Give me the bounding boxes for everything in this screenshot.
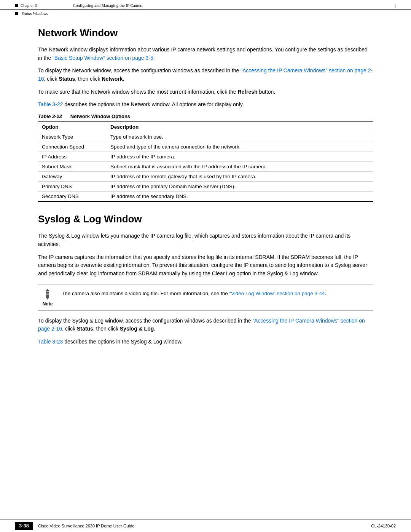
syslog-para-4: Table 3-23 describes the options in the … [38,338,373,346]
status-bold-2: Status [77,326,93,332]
table-cell-option: IP Address [38,152,107,162]
table-header-description: Description [107,122,373,132]
table-caption-title: Network Window Options [70,113,130,119]
footer-doc-number: OL-24130-02 [371,524,396,528]
table-row: Subnet MaskSubnet mask that is associate… [38,162,373,172]
section-label: Status Windows [22,11,48,16]
refresh-bold: Refresh [237,89,257,95]
network-bold: Network [102,76,123,82]
table-row: Secondary DNSIP address of the secondary… [38,192,373,202]
syslog-para-3: To display the Syslog & Log window, acce… [38,317,373,333]
header-chapter-title: Configuring and Managing the IP Camera [73,3,143,8]
status-bold-1: Status [59,76,75,82]
header-separator-bar: | [395,3,396,8]
network-window-heading: Network Window [38,27,373,39]
table-cell-description: Speed and type of the camera connection … [107,142,373,152]
table-cell-option: Subnet Mask [38,162,107,172]
header-separator [39,3,71,8]
table-cell-option: Gateway [38,172,107,182]
page-number: 3-38 [15,522,33,530]
table-row: Connection SpeedSpeed and type of the ca… [38,142,373,152]
page-header: Chapter 3 Configuring and Managing the I… [0,0,411,10]
network-para-1: The Network window displays information … [38,46,373,62]
table-row: IP AddressIP address of the IP camera. [38,152,373,162]
footer-left: 3-38 Cisco Video Surveillance 2630 IP Do… [15,522,134,530]
svg-rect-5 [46,294,49,295]
svg-rect-3 [46,291,49,292]
table-row: Network TypeType of network in use. [38,132,373,142]
table-cell-description: IP address of the IP camera. [107,152,373,162]
table-cell-description: Type of network in use. [107,132,373,142]
svg-marker-2 [46,297,49,300]
note-text: The camera also maintains a video log fi… [62,288,326,298]
status-windows-label: Status Windows [0,10,411,16]
note-pencil-icon [41,288,54,300]
main-content: Network Window The Network window displa… [0,16,411,374]
table-row: GatewayIP address of the remote gateway … [38,172,373,182]
basic-setup-link[interactable]: “Basic Setup Window” section on page 3-5 [53,55,153,61]
table-3-23-link[interactable]: Table 3-23 [38,339,63,345]
table-header-option: Option [38,122,107,132]
syslog-para-1: The Syslog & Log window lets you manage … [38,232,373,248]
header-right: | [395,3,396,8]
network-options-table: Option Description Network TypeType of n… [38,121,373,202]
header-left: Chapter 3 Configuring and Managing the I… [15,3,143,8]
table-cell-option: Connection Speed [38,142,107,152]
syslog-heading: Syslog & Log Window [38,213,373,225]
note-box: Note The camera also maintains a video l… [38,284,373,311]
accessing-ip-camera-link-1[interactable]: “Accessing the IP Camera Windows” sectio… [38,67,373,82]
syslog-para-2: The IP camera captures the information t… [38,253,373,278]
network-para-2: To display the Network window, access th… [38,67,373,83]
header-chapter: Chapter 3 [21,3,37,8]
table-3-22-link[interactable]: Table 3-22 [38,101,63,107]
header-square-icon [15,4,18,7]
syslog-bold: Syslog & Log [120,326,154,332]
page-footer: 3-38 Cisco Video Surveillance 2630 IP Do… [0,519,411,532]
svg-rect-4 [46,293,49,294]
svg-rect-1 [46,290,49,297]
network-para-3: To make sure that the Network window sho… [38,88,373,96]
table-caption-label: Table 3-22 [38,113,62,119]
table-cell-description: Subnet mask that is associated with the … [107,162,373,172]
table-cell-description: IP address of the primary Domain Name Se… [107,182,373,192]
note-label: Note [43,301,53,307]
video-log-window-link[interactable]: “Video Log Window” section on page 3-44 [229,291,325,296]
table-cell-option: Primary DNS [38,182,107,192]
section-bullet-icon [15,12,18,15]
footer-doc-title: Cisco Video Surveillance 2630 IP Dome Us… [33,524,134,528]
table-cell-description: IP address of the remote gateway that is… [107,172,373,182]
network-para-4: Table 3-22 describes the options in the … [38,101,373,109]
note-icon-column: Note [38,288,57,307]
table-cell-description: IP address of the secondary DNS. [107,192,373,202]
table-cell-option: Network Type [38,132,107,142]
table-3-22-caption: Table 3-22 Network Window Options [38,113,373,119]
table-row: Primary DNSIP address of the primary Dom… [38,182,373,192]
table-cell-option: Secondary DNS [38,192,107,202]
